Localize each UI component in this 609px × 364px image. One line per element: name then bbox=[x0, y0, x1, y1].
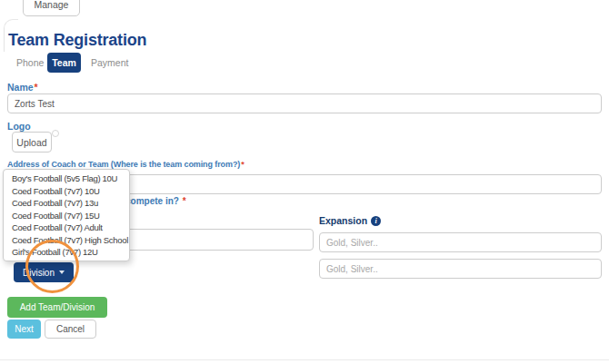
expansion-input-row-2[interactable] bbox=[319, 259, 602, 279]
expansion-input-row-1[interactable] bbox=[319, 232, 602, 252]
expansion-column-header: Expansion i bbox=[319, 215, 381, 226]
division-dropdown-menu: Boy's Football (5v5 Flag) 10U Coed Footb… bbox=[3, 169, 130, 261]
cancel-button[interactable]: Cancel bbox=[45, 320, 96, 339]
dropdown-item[interactable]: Coed Football (7v7) 13u bbox=[4, 197, 129, 210]
dropdown-item[interactable]: Coed Football (7v7) Adult bbox=[4, 221, 129, 234]
divisions-question-label: compete in? * bbox=[125, 196, 186, 206]
dropdown-item[interactable]: Coed Football (7v7) 15U bbox=[4, 210, 129, 222]
add-team-division-button[interactable]: Add Team/Division bbox=[7, 297, 107, 318]
address-label: Address of Coach or Team (Where is the t… bbox=[7, 160, 245, 169]
tab-phone[interactable]: Phone bbox=[9, 53, 51, 73]
caret-down-icon bbox=[59, 271, 65, 274]
bottom-divider bbox=[0, 359, 609, 360]
dropdown-item[interactable]: Girl's Football (7v7) 12U bbox=[4, 246, 129, 259]
required-asterisk: * bbox=[183, 196, 186, 206]
dropdown-item[interactable]: Boy's Football (5v5 Flag) 10U bbox=[4, 172, 129, 185]
page-title: Team Registration bbox=[8, 31, 146, 50]
name-label: Name* bbox=[7, 82, 38, 93]
upload-button[interactable]: Upload bbox=[12, 132, 52, 152]
tab-payment[interactable]: Payment bbox=[84, 53, 135, 73]
dropdown-item[interactable]: Coed Football (7v7) High School bbox=[4, 234, 129, 247]
dropdown-item[interactable]: Coed Football (7v7) 10U bbox=[4, 185, 129, 198]
division-dropdown-button[interactable]: Division bbox=[14, 262, 74, 282]
logo-label: Logo bbox=[7, 121, 31, 132]
team-registration-page: Manage Team Registration Phone Team Paym… bbox=[0, 0, 609, 364]
manage-button[interactable]: Manage bbox=[23, 0, 80, 16]
required-asterisk: * bbox=[241, 160, 244, 169]
required-asterisk: * bbox=[35, 82, 38, 93]
tab-team[interactable]: Team bbox=[47, 53, 81, 73]
name-input[interactable] bbox=[7, 93, 602, 113]
next-button[interactable]: Next bbox=[7, 320, 41, 339]
spinner-icon bbox=[52, 130, 59, 137]
info-icon[interactable]: i bbox=[371, 216, 381, 226]
